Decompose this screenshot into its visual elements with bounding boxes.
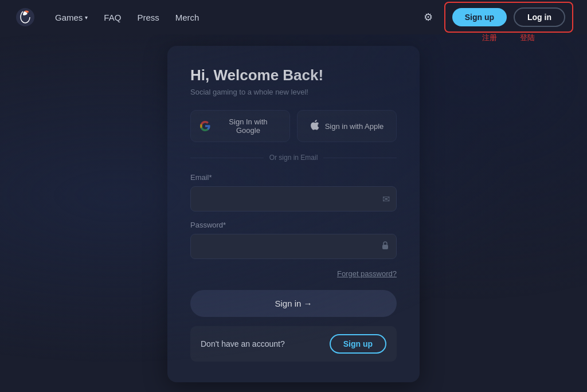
google-button-label: Sign In with Google [216,117,280,135]
navbar: Games ▾ FAQ Press Merch ⚙ Sign up Log in… [0,0,587,34]
signup-chinese-label: 注册 [482,33,497,43]
email-divider: Or sign in Email [190,154,397,162]
nav-games[interactable]: Games ▾ [55,13,88,22]
signup-row: Don't have an account? Sign up [190,326,397,362]
divider-text: Or sign in Email [269,154,318,162]
signin-button[interactable]: Sign in → [190,290,397,317]
svg-point-0 [16,8,34,26]
divider-line-left [190,158,264,158]
nav-links: Games ▾ FAQ Press Merch [55,13,419,22]
login-card: Hi, Welcome Back! Social gaming to a who… [167,46,420,382]
social-buttons: Sign In with Google Sign in with Apple [190,110,397,142]
password-input[interactable] [190,234,397,259]
email-icon: ✉ [382,194,390,205]
auth-box: Sign up Log in 注册 登陆 [444,2,573,33]
nav-right: ⚙ Sign up Log in 注册 登陆 [419,2,573,33]
apple-signin-button[interactable]: Sign in with Apple [297,110,397,142]
password-group: Password* [190,221,397,259]
lock-icon [381,241,390,252]
auth-labels: 注册 登陆 [445,33,572,43]
forgot-password-wrap: Forget password? [190,268,397,279]
nav-faq[interactable]: FAQ [104,13,121,22]
google-signin-button[interactable]: Sign In with Google [190,110,290,142]
google-icon [200,121,210,131]
signup-small-button[interactable]: Sign up [330,334,386,354]
email-label: Email* [190,173,397,182]
forgot-password-link[interactable]: Forget password? [337,269,397,278]
games-chevron-icon: ▾ [85,14,88,21]
logo[interactable] [14,6,37,29]
email-input-wrap: ✉ [190,186,397,211]
password-label: Password* [190,221,397,229]
divider-line-right [323,158,397,158]
email-input[interactable] [190,186,397,211]
login-button[interactable]: Log in [514,7,565,27]
login-chinese-label: 登陆 [520,33,535,43]
apple-button-label: Sign in with Apple [325,122,384,131]
apple-icon [310,120,319,132]
card-title: Hi, Welcome Back! [190,66,397,84]
signin-button-label: Sign in → [275,299,312,308]
main-content: Hi, Welcome Back! Social gaming to a who… [0,34,587,382]
card-subtitle: Social gaming to a whole new level! [190,88,397,96]
signup-button[interactable]: Sign up [452,8,507,26]
svg-rect-1 [382,245,388,249]
nav-merch[interactable]: Merch [175,13,199,22]
password-input-wrap [190,234,397,259]
email-group: Email* ✉ [190,173,397,211]
no-account-text: Don't have an account? [201,339,285,348]
theme-toggle[interactable]: ⚙ [419,8,437,26]
nav-press[interactable]: Press [137,13,159,22]
